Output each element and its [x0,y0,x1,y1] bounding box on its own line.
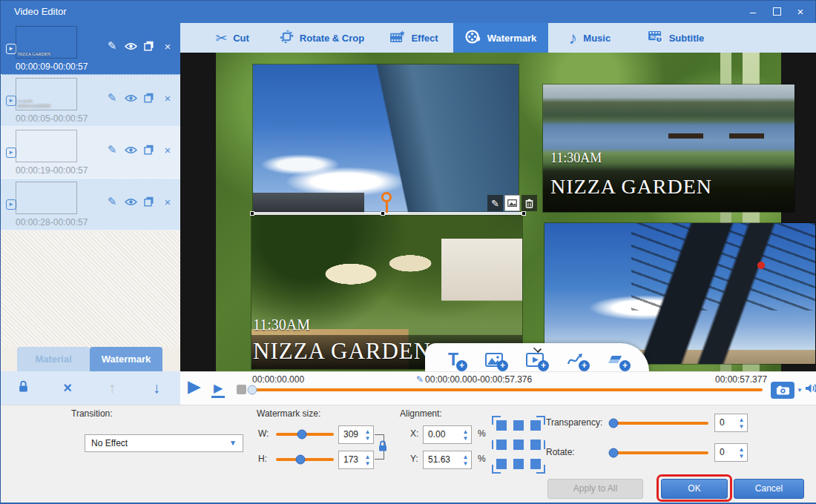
cancel-button[interactable]: Cancel [734,479,804,499]
spin-down-icon[interactable]: ▼ [460,435,471,442]
delete-clip-icon[interactable]: × [161,143,174,156]
clip-thumbnail-garden[interactable]: NIZZA GARDEN [16,26,77,59]
tab-subtitle[interactable]: SUBT Subtitle [631,23,720,53]
transition-select[interactable]: No Effect ▼ [85,434,243,452]
align-top-center[interactable] [513,420,524,431]
snapshot-dropdown-icon[interactable]: ▼ [797,387,803,394]
align-middle-right[interactable] [530,440,541,450]
align-middle-left[interactable] [496,440,507,450]
preview-clip-icon[interactable] [124,91,137,105]
edit-clip-icon[interactable]: ✎ [105,91,119,105]
width-slider[interactable] [276,433,334,436]
clip-thumbnail-bridge[interactable] [16,182,77,214]
preview-clip-icon[interactable] [124,143,137,156]
spin-down-icon[interactable]: ▼ [460,460,471,467]
close-button[interactable]: × [792,4,809,20]
rotate-slider-handle[interactable] [608,448,618,458]
delete-clip-icon[interactable]: × [161,91,174,105]
play-button[interactable]: ▶ [188,377,201,397]
rotate-handle[interactable] [381,192,392,213]
preview-clip-icon[interactable] [124,39,137,53]
width-slider-handle[interactable] [297,430,307,440]
tab-cut[interactable]: ✂ Cut [198,23,266,53]
edit-time-icon[interactable]: ✎ [416,374,424,385]
transparency-slider-handle[interactable] [608,419,618,428]
stop-button[interactable] [237,385,246,394]
duplicate-clip-icon[interactable] [142,195,156,208]
tab-rotate-crop[interactable]: Rotate & Crop [268,23,376,53]
clip-item-3[interactable]: ▸ ✎ × 00:00:19-00:00:57 [1,127,180,179]
delete-clip-icon[interactable]: × [161,39,174,53]
add-doodle-watermark-button[interactable]: + [561,349,590,370]
remove-watermark-icon[interactable]: × [45,379,90,397]
image-watermark-icon[interactable] [504,195,520,211]
add-video-watermark-button[interactable]: + [520,349,550,370]
spin-down-icon[interactable]: ▼ [736,423,747,430]
clip-item-4[interactable]: ▸ ✎ × 00:00:28-00:00:57 [1,179,180,231]
rotate-slider[interactable] [611,451,708,454]
spin-up-icon[interactable]: ▲ [460,428,471,435]
height-spinner[interactable]: 173 ▲▼ [338,451,374,469]
add-shape-watermark-button[interactable]: + [602,349,631,370]
rotate-spinner[interactable]: 0 ▲▼ [714,443,748,462]
spin-down-icon[interactable]: ▼ [736,453,747,460]
edit-watermark-icon[interactable]: ✎ [487,195,503,211]
add-image-watermark-button[interactable]: + [479,349,509,370]
snapshot-button[interactable] [771,382,794,399]
volume-icon[interactable] [805,383,816,397]
timeline-handle[interactable] [248,385,257,395]
tab-watermark[interactable]: Watermark [90,347,162,371]
add-text-watermark-button[interactable]: T + [438,349,468,370]
duplicate-clip-icon[interactable] [142,143,156,156]
tab-watermark-active[interactable]: Watermark [453,23,548,53]
maximize-button[interactable] [768,4,786,20]
spin-down-icon[interactable]: ▼ [362,435,373,442]
spin-down-icon[interactable]: ▼ [362,460,373,467]
lock-icon[interactable] [1,379,45,397]
delete-watermark-icon[interactable] [521,195,537,211]
duplicate-clip-icon[interactable] [142,91,156,105]
transparency-slider[interactable] [611,422,708,425]
edit-clip-icon[interactable]: ✎ [105,143,119,156]
move-up-icon[interactable]: ↑ [90,379,134,397]
resize-handle-right[interactable] [521,211,526,216]
delete-clip-icon[interactable]: × [161,195,174,208]
duplicate-clip-icon[interactable] [142,39,156,53]
clip-thumbnail-skyscraper[interactable] [16,130,77,162]
align-bottom-left[interactable] [496,459,507,469]
preview-video-river[interactable]: 11:30AM NIZZA GARDEN [543,84,794,212]
edit-clip-icon[interactable]: ✎ [105,195,119,208]
play-selection-button[interactable]: ▶ [211,381,225,398]
spin-up-icon[interactable]: ▲ [736,417,747,423]
height-slider-handle[interactable] [295,455,305,465]
align-top-right[interactable] [530,420,541,431]
timeline-slider[interactable] [252,388,763,391]
spin-up-icon[interactable]: ▲ [736,446,747,453]
clip-item-1[interactable]: ▸ NIZZA GARDEN ✎ × 00:00:09-00:00:57 [1,23,180,75]
height-slider[interactable] [276,458,334,461]
preview-clip-icon[interactable] [124,195,137,208]
tab-effect[interactable]: Effect [378,23,450,53]
align-bottom-right[interactable] [530,459,541,469]
tab-music[interactable]: ♪ Music [551,23,628,53]
x-spinner[interactable]: 0.00 ▲▼ [423,425,472,444]
align-middle-center[interactable] [513,440,524,450]
align-bottom-center[interactable] [513,459,524,469]
spin-up-icon[interactable]: ▲ [362,454,373,460]
aspect-lock-icon[interactable] [378,440,388,455]
y-spinner[interactable]: 51.63 ▲▼ [423,451,472,469]
edit-clip-icon[interactable]: ✎ [105,39,119,53]
transparency-spinner[interactable]: 0 ▲▼ [714,414,748,432]
width-spinner[interactable]: 309 ▲▼ [338,425,374,444]
minimize-button[interactable]: – [744,4,762,20]
align-top-left[interactable] [496,420,507,431]
ok-button[interactable]: OK [661,479,728,499]
clip-thumbnail-river[interactable]: 11:30AM NIZZA GARDEN [16,78,77,110]
move-down-icon[interactable]: ↓ [134,379,179,397]
spin-up-icon[interactable]: ▲ [362,428,373,435]
apply-to-all-button[interactable]: Apply to All [547,479,643,499]
spin-up-icon[interactable]: ▲ [460,454,471,460]
resize-handle-left[interactable] [250,211,254,216]
preview-video-skyscraper[interactable] [253,64,519,213]
clip-item-2[interactable]: ▸ 11:30AM NIZZA GARDEN ✎ × 00:00:05-00:0… [1,75,180,127]
